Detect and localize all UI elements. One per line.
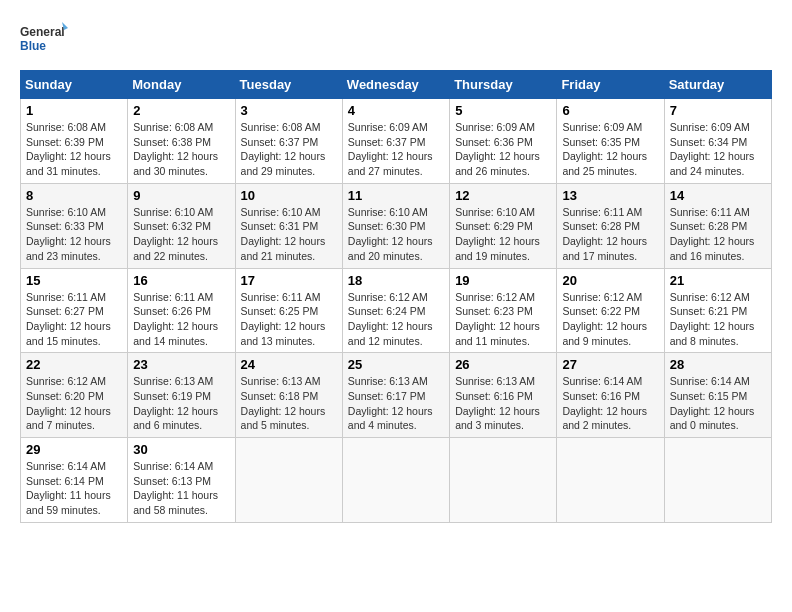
- calendar-table: SundayMondayTuesdayWednesdayThursdayFrid…: [20, 70, 772, 523]
- calendar-body: 1Sunrise: 6:08 AM Sunset: 6:39 PM Daylig…: [21, 99, 772, 523]
- day-number: 1: [26, 103, 122, 118]
- day-info: Sunrise: 6:13 AM Sunset: 6:18 PM Dayligh…: [241, 374, 337, 433]
- calendar-cell: 19Sunrise: 6:12 AM Sunset: 6:23 PM Dayli…: [450, 268, 557, 353]
- day-info: Sunrise: 6:13 AM Sunset: 6:16 PM Dayligh…: [455, 374, 551, 433]
- page-header: General Blue: [20, 20, 772, 60]
- calendar-cell: 23Sunrise: 6:13 AM Sunset: 6:19 PM Dayli…: [128, 353, 235, 438]
- day-info: Sunrise: 6:11 AM Sunset: 6:25 PM Dayligh…: [241, 290, 337, 349]
- day-number: 22: [26, 357, 122, 372]
- day-info: Sunrise: 6:09 AM Sunset: 6:37 PM Dayligh…: [348, 120, 444, 179]
- calendar-cell: 1Sunrise: 6:08 AM Sunset: 6:39 PM Daylig…: [21, 99, 128, 184]
- day-info: Sunrise: 6:11 AM Sunset: 6:27 PM Dayligh…: [26, 290, 122, 349]
- day-number: 27: [562, 357, 658, 372]
- day-info: Sunrise: 6:12 AM Sunset: 6:23 PM Dayligh…: [455, 290, 551, 349]
- calendar-cell: [342, 438, 449, 523]
- calendar-cell: 15Sunrise: 6:11 AM Sunset: 6:27 PM Dayli…: [21, 268, 128, 353]
- day-number: 7: [670, 103, 766, 118]
- calendar-cell: 22Sunrise: 6:12 AM Sunset: 6:20 PM Dayli…: [21, 353, 128, 438]
- day-info: Sunrise: 6:12 AM Sunset: 6:21 PM Dayligh…: [670, 290, 766, 349]
- calendar-cell: 18Sunrise: 6:12 AM Sunset: 6:24 PM Dayli…: [342, 268, 449, 353]
- weekday-row: SundayMondayTuesdayWednesdayThursdayFrid…: [21, 71, 772, 99]
- day-number: 2: [133, 103, 229, 118]
- calendar-cell: [450, 438, 557, 523]
- calendar-cell: 5Sunrise: 6:09 AM Sunset: 6:36 PM Daylig…: [450, 99, 557, 184]
- calendar-cell: [664, 438, 771, 523]
- week-row-3: 15Sunrise: 6:11 AM Sunset: 6:27 PM Dayli…: [21, 268, 772, 353]
- calendar-cell: [557, 438, 664, 523]
- calendar-cell: 21Sunrise: 6:12 AM Sunset: 6:21 PM Dayli…: [664, 268, 771, 353]
- calendar-cell: 2Sunrise: 6:08 AM Sunset: 6:38 PM Daylig…: [128, 99, 235, 184]
- day-number: 29: [26, 442, 122, 457]
- day-info: Sunrise: 6:10 AM Sunset: 6:32 PM Dayligh…: [133, 205, 229, 264]
- day-number: 23: [133, 357, 229, 372]
- calendar-cell: 17Sunrise: 6:11 AM Sunset: 6:25 PM Dayli…: [235, 268, 342, 353]
- day-number: 19: [455, 273, 551, 288]
- day-info: Sunrise: 6:12 AM Sunset: 6:20 PM Dayligh…: [26, 374, 122, 433]
- day-number: 15: [26, 273, 122, 288]
- calendar-cell: 4Sunrise: 6:09 AM Sunset: 6:37 PM Daylig…: [342, 99, 449, 184]
- day-number: 5: [455, 103, 551, 118]
- calendar-cell: 6Sunrise: 6:09 AM Sunset: 6:35 PM Daylig…: [557, 99, 664, 184]
- day-info: Sunrise: 6:14 AM Sunset: 6:14 PM Dayligh…: [26, 459, 122, 518]
- day-info: Sunrise: 6:09 AM Sunset: 6:36 PM Dayligh…: [455, 120, 551, 179]
- weekday-sunday: Sunday: [21, 71, 128, 99]
- day-number: 30: [133, 442, 229, 457]
- day-info: Sunrise: 6:10 AM Sunset: 6:33 PM Dayligh…: [26, 205, 122, 264]
- day-number: 25: [348, 357, 444, 372]
- day-number: 28: [670, 357, 766, 372]
- weekday-thursday: Thursday: [450, 71, 557, 99]
- day-info: Sunrise: 6:11 AM Sunset: 6:26 PM Dayligh…: [133, 290, 229, 349]
- day-number: 11: [348, 188, 444, 203]
- calendar-cell: 28Sunrise: 6:14 AM Sunset: 6:15 PM Dayli…: [664, 353, 771, 438]
- day-info: Sunrise: 6:11 AM Sunset: 6:28 PM Dayligh…: [562, 205, 658, 264]
- calendar-cell: 7Sunrise: 6:09 AM Sunset: 6:34 PM Daylig…: [664, 99, 771, 184]
- day-info: Sunrise: 6:13 AM Sunset: 6:17 PM Dayligh…: [348, 374, 444, 433]
- calendar-cell: 16Sunrise: 6:11 AM Sunset: 6:26 PM Dayli…: [128, 268, 235, 353]
- calendar-cell: 25Sunrise: 6:13 AM Sunset: 6:17 PM Dayli…: [342, 353, 449, 438]
- calendar-cell: 14Sunrise: 6:11 AM Sunset: 6:28 PM Dayli…: [664, 183, 771, 268]
- calendar-cell: 3Sunrise: 6:08 AM Sunset: 6:37 PM Daylig…: [235, 99, 342, 184]
- day-number: 16: [133, 273, 229, 288]
- day-info: Sunrise: 6:12 AM Sunset: 6:22 PM Dayligh…: [562, 290, 658, 349]
- week-row-5: 29Sunrise: 6:14 AM Sunset: 6:14 PM Dayli…: [21, 438, 772, 523]
- day-info: Sunrise: 6:14 AM Sunset: 6:13 PM Dayligh…: [133, 459, 229, 518]
- calendar-cell: 11Sunrise: 6:10 AM Sunset: 6:30 PM Dayli…: [342, 183, 449, 268]
- day-number: 8: [26, 188, 122, 203]
- calendar-cell: 26Sunrise: 6:13 AM Sunset: 6:16 PM Dayli…: [450, 353, 557, 438]
- day-number: 6: [562, 103, 658, 118]
- day-number: 14: [670, 188, 766, 203]
- day-number: 20: [562, 273, 658, 288]
- day-info: Sunrise: 6:08 AM Sunset: 6:38 PM Dayligh…: [133, 120, 229, 179]
- calendar-cell: 13Sunrise: 6:11 AM Sunset: 6:28 PM Dayli…: [557, 183, 664, 268]
- calendar-cell: 24Sunrise: 6:13 AM Sunset: 6:18 PM Dayli…: [235, 353, 342, 438]
- svg-text:Blue: Blue: [20, 39, 46, 53]
- weekday-friday: Friday: [557, 71, 664, 99]
- calendar-cell: 29Sunrise: 6:14 AM Sunset: 6:14 PM Dayli…: [21, 438, 128, 523]
- day-number: 17: [241, 273, 337, 288]
- calendar-cell: 30Sunrise: 6:14 AM Sunset: 6:13 PM Dayli…: [128, 438, 235, 523]
- day-info: Sunrise: 6:10 AM Sunset: 6:31 PM Dayligh…: [241, 205, 337, 264]
- day-info: Sunrise: 6:14 AM Sunset: 6:15 PM Dayligh…: [670, 374, 766, 433]
- day-info: Sunrise: 6:14 AM Sunset: 6:16 PM Dayligh…: [562, 374, 658, 433]
- day-info: Sunrise: 6:09 AM Sunset: 6:35 PM Dayligh…: [562, 120, 658, 179]
- calendar-cell: [235, 438, 342, 523]
- day-info: Sunrise: 6:08 AM Sunset: 6:37 PM Dayligh…: [241, 120, 337, 179]
- day-info: Sunrise: 6:13 AM Sunset: 6:19 PM Dayligh…: [133, 374, 229, 433]
- day-number: 12: [455, 188, 551, 203]
- day-number: 10: [241, 188, 337, 203]
- day-number: 4: [348, 103, 444, 118]
- weekday-monday: Monday: [128, 71, 235, 99]
- day-number: 13: [562, 188, 658, 203]
- logo-svg: General Blue: [20, 20, 70, 60]
- week-row-4: 22Sunrise: 6:12 AM Sunset: 6:20 PM Dayli…: [21, 353, 772, 438]
- logo: General Blue: [20, 20, 70, 60]
- day-number: 9: [133, 188, 229, 203]
- week-row-1: 1Sunrise: 6:08 AM Sunset: 6:39 PM Daylig…: [21, 99, 772, 184]
- day-info: Sunrise: 6:08 AM Sunset: 6:39 PM Dayligh…: [26, 120, 122, 179]
- day-number: 21: [670, 273, 766, 288]
- day-info: Sunrise: 6:10 AM Sunset: 6:30 PM Dayligh…: [348, 205, 444, 264]
- weekday-tuesday: Tuesday: [235, 71, 342, 99]
- day-info: Sunrise: 6:09 AM Sunset: 6:34 PM Dayligh…: [670, 120, 766, 179]
- day-number: 3: [241, 103, 337, 118]
- calendar-header: SundayMondayTuesdayWednesdayThursdayFrid…: [21, 71, 772, 99]
